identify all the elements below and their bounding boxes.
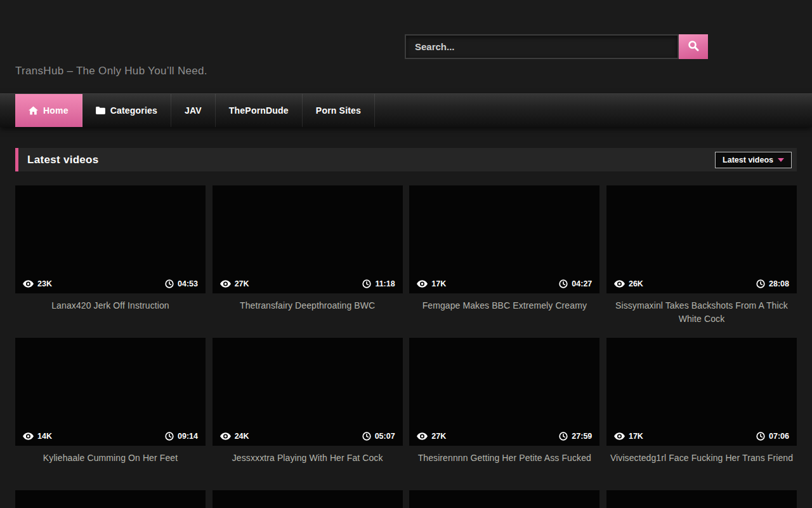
duration-value: 04:27 (572, 279, 592, 288)
caret-down-icon (778, 158, 784, 162)
nav-item-home[interactable]: Home (15, 94, 82, 127)
search-button[interactable] (679, 34, 708, 59)
video-title[interactable]: Thetransfairy Deepthroating BWC (213, 293, 403, 312)
views-stat: 27K (417, 432, 446, 441)
video-card[interactable]: 27K 27:59 Thesirennnn Getting Her Petite… (409, 338, 599, 490)
video-stats: 24K 05:07 (213, 427, 403, 446)
video-card[interactable]: 26K 28:08 Sissymaxinl Takes Backshots Fr… (606, 185, 797, 338)
video-card[interactable]: 23K 04:53 Lanax420 Jerk Off Instruction (15, 185, 206, 338)
search-input[interactable] (405, 34, 679, 59)
duration-value: 04:53 (178, 279, 198, 288)
duration-stat: 27:59 (559, 432, 592, 441)
video-thumbnail[interactable]: 17K 07:06 (606, 338, 797, 446)
folder-icon (96, 107, 105, 114)
video-card[interactable]: 17K 07:06 Vivisectedg1rl Face Fucking He… (606, 338, 797, 490)
video-thumbnail[interactable]: 23K 04:53 (15, 185, 206, 293)
duration-value: 09:14 (178, 432, 198, 441)
eye-icon (220, 280, 231, 288)
video-card[interactable]: 14K 09:14 Kyliehaale Cumming On Her Feet (15, 338, 206, 490)
clock-icon (165, 432, 174, 441)
clock-icon (559, 432, 568, 441)
views-count: 17K (629, 432, 643, 441)
nav-item-label: ThePornDude (229, 105, 289, 116)
video-thumbnail[interactable]: 14K 09:14 (15, 338, 206, 446)
main-content: Latest videos Latest videos 23K (0, 148, 812, 508)
video-title[interactable]: Jessxxxtra Playing With Her Fat Cock (213, 446, 403, 465)
video-thumbnail[interactable]: 17K 04:27 (409, 185, 599, 293)
video-thumbnail-partial[interactable] (213, 490, 403, 508)
sort-dropdown[interactable]: Latest videos (715, 152, 792, 168)
eye-icon (417, 432, 428, 440)
home-icon (29, 106, 38, 115)
site-tagline: TransHub – The Only Hub You’ll Need. (15, 65, 207, 77)
video-stats: 23K 04:53 (15, 274, 206, 293)
video-stats: 14K 09:14 (15, 427, 206, 446)
views-stat: 14K (23, 432, 52, 441)
video-stats: 27K 27:59 (409, 427, 599, 446)
video-thumbnail-partial[interactable] (606, 490, 797, 508)
duration-stat: 05:07 (362, 432, 395, 441)
nav-item-label: Home (43, 105, 69, 116)
video-stats: 17K 07:06 (606, 427, 797, 446)
eye-icon (614, 432, 625, 440)
video-thumbnail[interactable]: 27K 27:59 (409, 338, 599, 446)
views-stat: 26K (614, 279, 643, 288)
video-stats: 17K 04:27 (409, 274, 599, 293)
video-card[interactable] (409, 490, 599, 508)
video-title[interactable]: Sissymaxinl Takes Backshots From A Thick… (606, 293, 797, 325)
nav-items: Home Categories JAV ThePornDude Porn Sit… (15, 94, 812, 127)
video-thumbnail-partial[interactable] (409, 490, 599, 508)
duration-value: 07:06 (769, 432, 789, 441)
nav-item-label: Categories (110, 105, 157, 116)
views-stat: 17K (417, 279, 446, 288)
nav-item-categories[interactable]: Categories (82, 94, 171, 127)
clock-icon (756, 279, 765, 288)
eye-icon (417, 280, 428, 288)
video-stats: 27K 11:18 (213, 274, 403, 293)
nav-item-label: JAV (185, 105, 202, 116)
duration-stat: 04:27 (559, 279, 592, 288)
duration-stat: 07:06 (756, 432, 789, 441)
main-nav: Home Categories JAV ThePornDude Porn Sit… (0, 93, 812, 127)
video-title[interactable]: Lanax420 Jerk Off Instruction (15, 293, 206, 312)
video-grid: 23K 04:53 Lanax420 Jerk Off Instruction (15, 185, 797, 508)
section-header: Latest videos Latest videos (15, 148, 797, 171)
duration-value: 05:07 (375, 432, 395, 441)
eye-icon (614, 280, 625, 288)
video-card[interactable]: 17K 04:27 Femgape Makes BBC Extremely Cr… (409, 185, 599, 338)
video-thumbnail-partial[interactable] (15, 490, 206, 508)
magnifier-icon (688, 40, 699, 53)
nav-item-theporndude[interactable]: ThePornDude (216, 94, 303, 127)
duration-stat: 11:18 (362, 279, 395, 288)
video-card[interactable] (15, 490, 206, 508)
views-stat: 24K (220, 432, 249, 441)
duration-stat: 04:53 (165, 279, 198, 288)
views-count: 27K (431, 432, 446, 441)
video-card[interactable]: 24K 05:07 Jessxxxtra Playing With Her Fa… (213, 338, 403, 490)
video-card[interactable] (606, 490, 797, 508)
video-title[interactable]: Vivisectedg1rl Face Fucking Her Trans Fr… (606, 446, 797, 465)
video-title[interactable]: Femgape Makes BBC Extremely Creamy (409, 293, 599, 312)
video-thumbnail[interactable]: 27K 11:18 (213, 185, 403, 293)
nav-item-jav[interactable]: JAV (171, 94, 216, 127)
video-thumbnail[interactable]: 26K 28:08 (606, 185, 797, 293)
video-card[interactable] (213, 490, 403, 508)
search-form (405, 34, 708, 59)
views-count: 14K (37, 432, 52, 441)
duration-stat: 09:14 (165, 432, 198, 441)
duration-value: 11:18 (375, 279, 395, 288)
site-header: TransHub – The Only Hub You’ll Need. (0, 0, 812, 93)
nav-item-label: Porn Sites (316, 105, 361, 116)
section-title: Latest videos (27, 154, 99, 166)
video-card[interactable]: 27K 11:18 Thetransfairy Deepthroating BW… (213, 185, 403, 338)
video-title[interactable]: Thesirennnn Getting Her Petite Ass Fucke… (409, 446, 599, 465)
views-count: 27K (235, 279, 249, 288)
eye-icon (23, 280, 34, 288)
nav-item-porn-sites[interactable]: Porn Sites (303, 94, 375, 127)
duration-value: 27:59 (572, 432, 592, 441)
video-thumbnail[interactable]: 24K 05:07 (213, 338, 403, 446)
views-stat: 23K (23, 279, 52, 288)
video-stats: 26K 28:08 (606, 274, 797, 293)
video-title[interactable]: Kyliehaale Cumming On Her Feet (15, 446, 206, 465)
eye-icon (220, 432, 231, 440)
